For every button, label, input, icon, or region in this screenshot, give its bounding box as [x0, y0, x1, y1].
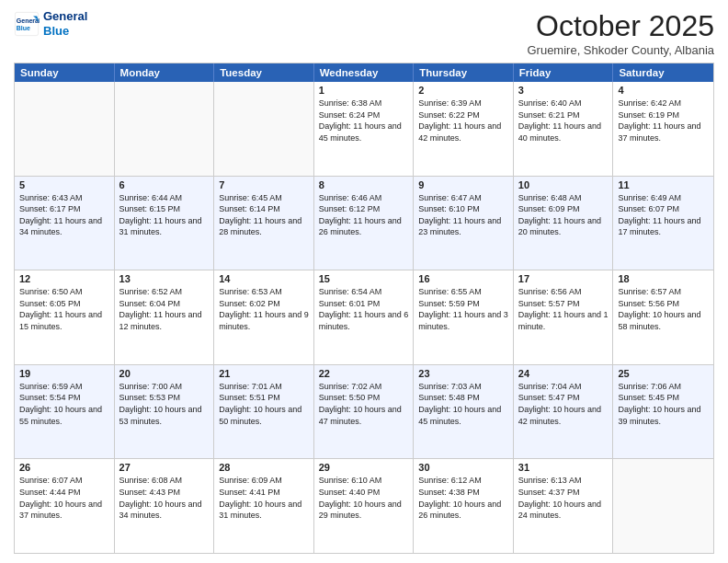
cal-cell-25: 25Sunrise: 7:06 AM Sunset: 5:45 PM Dayli…: [613, 365, 713, 459]
cell-day-number: 19: [19, 368, 109, 379]
cell-info: Sunrise: 6:55 AM Sunset: 5:59 PM Dayligh…: [418, 286, 508, 332]
cell-info: Sunrise: 6:46 AM Sunset: 6:12 PM Dayligh…: [319, 192, 409, 238]
cell-info: Sunrise: 6:47 AM Sunset: 6:10 PM Dayligh…: [418, 192, 508, 238]
cal-header-wednesday: Wednesday: [314, 63, 415, 82]
cal-cell-11: 11Sunrise: 6:49 AM Sunset: 6:07 PM Dayli…: [613, 177, 713, 270]
cell-day-number: 15: [319, 273, 409, 284]
calendar: SundayMondayTuesdayWednesdayThursdayFrid…: [14, 63, 714, 554]
cal-cell-17: 17Sunrise: 6:56 AM Sunset: 5:57 PM Dayli…: [514, 270, 614, 364]
cell-day-number: 17: [518, 273, 609, 284]
cell-day-number: 21: [219, 368, 309, 379]
cell-info: Sunrise: 7:06 AM Sunset: 5:45 PM Dayligh…: [618, 381, 709, 427]
cell-day-number: 14: [219, 273, 309, 284]
cal-cell-3: 3Sunrise: 6:40 AM Sunset: 6:21 PM Daylig…: [514, 82, 614, 176]
header: General Blue General Blue October 2025 G…: [14, 9, 714, 57]
cal-cell-10: 10Sunrise: 6:48 AM Sunset: 6:09 PM Dayli…: [514, 177, 614, 270]
cal-cell-20: 20Sunrise: 7:00 AM Sunset: 5:53 PM Dayli…: [115, 365, 215, 459]
cell-day-number: 5: [19, 179, 109, 190]
cal-cell-18: 18Sunrise: 6:57 AM Sunset: 5:56 PM Dayli…: [613, 270, 713, 364]
cell-day-number: 12: [19, 273, 109, 284]
cal-cell-12: 12Sunrise: 6:50 AM Sunset: 6:05 PM Dayli…: [15, 270, 115, 364]
cell-day-number: 10: [518, 179, 609, 190]
cal-row-3: 19Sunrise: 6:59 AM Sunset: 5:54 PM Dayli…: [15, 364, 713, 459]
cal-header-friday: Friday: [514, 63, 614, 82]
cell-info: Sunrise: 6:43 AM Sunset: 6:17 PM Dayligh…: [19, 192, 109, 238]
cal-cell-4: 4Sunrise: 6:42 AM Sunset: 6:19 PM Daylig…: [613, 82, 713, 176]
cell-info: Sunrise: 7:00 AM Sunset: 5:53 PM Dayligh…: [119, 381, 210, 427]
cal-cell-13: 13Sunrise: 6:52 AM Sunset: 6:04 PM Dayli…: [115, 270, 215, 364]
cal-row-1: 5Sunrise: 6:43 AM Sunset: 6:17 PM Daylig…: [15, 176, 713, 270]
cell-day-number: 13: [119, 273, 210, 284]
cal-cell-2: 2Sunrise: 6:39 AM Sunset: 6:22 PM Daylig…: [414, 82, 514, 176]
cal-cell-empty-0-0: [15, 82, 115, 176]
cell-day-number: 26: [19, 462, 109, 473]
cal-header-thursday: Thursday: [414, 63, 514, 82]
cell-info: Sunrise: 6:56 AM Sunset: 5:57 PM Dayligh…: [518, 286, 609, 332]
cell-info: Sunrise: 6:54 AM Sunset: 6:01 PM Dayligh…: [319, 286, 409, 332]
cell-info: Sunrise: 6:12 AM Sunset: 4:38 PM Dayligh…: [418, 475, 508, 521]
cal-cell-29: 29Sunrise: 6:10 AM Sunset: 4:40 PM Dayli…: [314, 459, 415, 553]
cell-info: Sunrise: 6:52 AM Sunset: 6:04 PM Dayligh…: [119, 286, 210, 332]
cal-cell-30: 30Sunrise: 6:12 AM Sunset: 4:38 PM Dayli…: [414, 459, 514, 553]
cell-info: Sunrise: 6:53 AM Sunset: 6:02 PM Dayligh…: [219, 286, 309, 332]
cell-day-number: 25: [618, 368, 709, 379]
cal-row-0: 1Sunrise: 6:38 AM Sunset: 6:24 PM Daylig…: [15, 82, 713, 176]
cell-info: Sunrise: 7:04 AM Sunset: 5:47 PM Dayligh…: [518, 381, 609, 427]
cell-info: Sunrise: 6:07 AM Sunset: 4:44 PM Dayligh…: [19, 475, 109, 521]
cal-cell-15: 15Sunrise: 6:54 AM Sunset: 6:01 PM Dayli…: [314, 270, 415, 364]
month-title: October 2025: [527, 9, 714, 43]
cell-day-number: 18: [618, 273, 709, 284]
cal-cell-8: 8Sunrise: 6:46 AM Sunset: 6:12 PM Daylig…: [314, 177, 415, 270]
location-subtitle: Gruemire, Shkoder County, Albania: [527, 43, 714, 57]
cell-info: Sunrise: 6:13 AM Sunset: 4:37 PM Dayligh…: [518, 475, 609, 521]
cell-info: Sunrise: 6:49 AM Sunset: 6:07 PM Dayligh…: [618, 192, 709, 238]
cal-cell-7: 7Sunrise: 6:45 AM Sunset: 6:14 PM Daylig…: [214, 177, 314, 270]
cal-cell-14: 14Sunrise: 6:53 AM Sunset: 6:02 PM Dayli…: [214, 270, 314, 364]
cell-info: Sunrise: 6:38 AM Sunset: 6:24 PM Dayligh…: [319, 98, 409, 144]
cal-cell-31: 31Sunrise: 6:13 AM Sunset: 4:37 PM Dayli…: [514, 459, 614, 553]
logo-text-blue: Blue: [43, 24, 87, 39]
cal-cell-27: 27Sunrise: 6:08 AM Sunset: 4:43 PM Dayli…: [115, 459, 215, 553]
cal-cell-19: 19Sunrise: 6:59 AM Sunset: 5:54 PM Dayli…: [15, 365, 115, 459]
cell-info: Sunrise: 7:02 AM Sunset: 5:50 PM Dayligh…: [319, 381, 409, 427]
cell-info: Sunrise: 6:09 AM Sunset: 4:41 PM Dayligh…: [219, 475, 309, 521]
cell-info: Sunrise: 6:40 AM Sunset: 6:21 PM Dayligh…: [518, 98, 609, 144]
cell-info: Sunrise: 6:50 AM Sunset: 6:05 PM Dayligh…: [19, 286, 109, 332]
cell-info: Sunrise: 6:39 AM Sunset: 6:22 PM Dayligh…: [418, 98, 508, 144]
cell-info: Sunrise: 6:42 AM Sunset: 6:19 PM Dayligh…: [618, 98, 709, 144]
cal-header-monday: Monday: [115, 63, 215, 82]
cal-cell-21: 21Sunrise: 7:01 AM Sunset: 5:51 PM Dayli…: [214, 365, 314, 459]
svg-text:Blue: Blue: [17, 25, 30, 31]
logo: General Blue General Blue: [14, 9, 87, 38]
cell-day-number: 11: [618, 179, 709, 190]
cal-cell-9: 9Sunrise: 6:47 AM Sunset: 6:10 PM Daylig…: [414, 177, 514, 270]
cell-info: Sunrise: 6:59 AM Sunset: 5:54 PM Dayligh…: [19, 381, 109, 427]
cell-day-number: 23: [418, 368, 508, 379]
cal-row-4: 26Sunrise: 6:07 AM Sunset: 4:44 PM Dayli…: [15, 458, 713, 553]
cell-info: Sunrise: 6:45 AM Sunset: 6:14 PM Dayligh…: [219, 192, 309, 238]
cell-day-number: 28: [219, 462, 309, 473]
cal-cell-16: 16Sunrise: 6:55 AM Sunset: 5:59 PM Dayli…: [414, 270, 514, 364]
cal-cell-1: 1Sunrise: 6:38 AM Sunset: 6:24 PM Daylig…: [314, 82, 415, 176]
cell-day-number: 2: [418, 85, 508, 96]
cell-info: Sunrise: 7:03 AM Sunset: 5:48 PM Dayligh…: [418, 381, 508, 427]
cell-info: Sunrise: 7:01 AM Sunset: 5:51 PM Dayligh…: [219, 381, 309, 427]
cal-header-saturday: Saturday: [613, 63, 713, 82]
cal-cell-22: 22Sunrise: 7:02 AM Sunset: 5:50 PM Dayli…: [314, 365, 415, 459]
title-block: October 2025 Gruemire, Shkoder County, A…: [527, 9, 714, 57]
cal-cell-empty-0-1: [115, 82, 215, 176]
cal-cell-24: 24Sunrise: 7:04 AM Sunset: 5:47 PM Dayli…: [514, 365, 614, 459]
cell-day-number: 30: [418, 462, 508, 473]
cell-day-number: 4: [618, 85, 709, 96]
cell-info: Sunrise: 6:57 AM Sunset: 5:56 PM Dayligh…: [618, 286, 709, 332]
logo-text-general: General: [43, 9, 87, 24]
cal-cell-5: 5Sunrise: 6:43 AM Sunset: 6:17 PM Daylig…: [15, 177, 115, 270]
svg-rect-0: [15, 12, 38, 35]
cell-day-number: 22: [319, 368, 409, 379]
cell-info: Sunrise: 6:48 AM Sunset: 6:09 PM Dayligh…: [518, 192, 609, 238]
cell-day-number: 24: [518, 368, 609, 379]
cal-cell-23: 23Sunrise: 7:03 AM Sunset: 5:48 PM Dayli…: [414, 365, 514, 459]
cell-day-number: 6: [119, 179, 210, 190]
cal-header-tuesday: Tuesday: [214, 63, 314, 82]
cell-info: Sunrise: 6:08 AM Sunset: 4:43 PM Dayligh…: [119, 475, 210, 521]
